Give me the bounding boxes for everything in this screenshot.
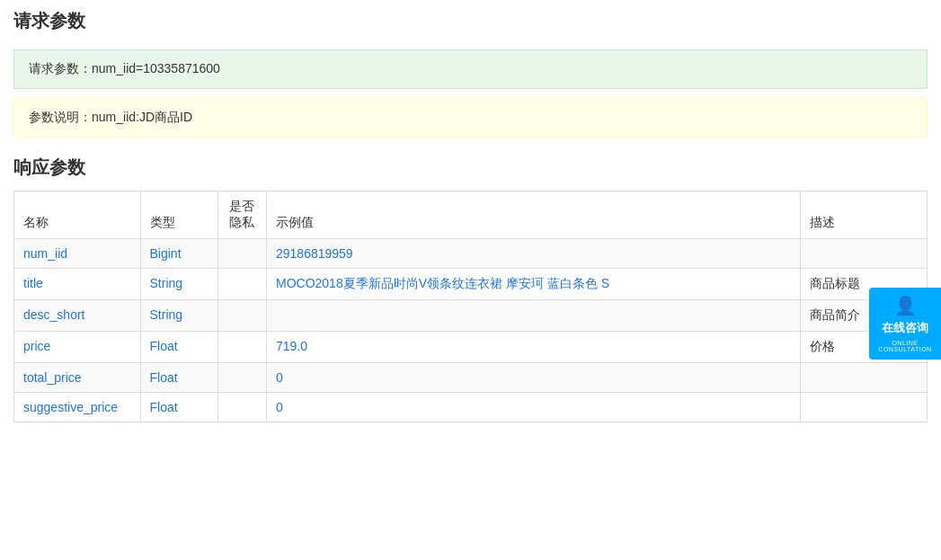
field-name-link[interactable]: suggestive_price [23, 400, 118, 414]
cell-name: desc_short [14, 300, 141, 332]
cell-desc [801, 239, 928, 269]
response-table: 名称 类型 是否隐私 示例值 描述 num_iidBigint291868199… [13, 191, 928, 422]
cell-private [217, 332, 266, 363]
request-section-title: 请求参数 [13, 9, 928, 39]
cell-private [217, 393, 266, 422]
header-example: 示例值 [266, 191, 800, 239]
table-row: total_priceFloat0 [14, 363, 928, 393]
cell-example: 719.0 [266, 332, 800, 363]
cell-private [217, 300, 266, 332]
param-desc-text: 参数说明：num_iid:JD商品ID [29, 110, 192, 124]
cell-name: title [14, 269, 141, 300]
table-row: suggestive_priceFloat0 [14, 393, 928, 422]
cell-desc [801, 363, 928, 393]
field-name-link[interactable]: total_price [23, 370, 82, 385]
cell-example: MOCO2018夏季新品时尚V领条纹连衣裙 摩安珂 蓝白条色 S [266, 269, 800, 300]
consult-cn-label: 在线咨询 [882, 320, 928, 336]
table-row: titleStringMOCO2018夏季新品时尚V领条纹连衣裙 摩安珂 蓝白条… [14, 269, 928, 300]
cell-type: Float [140, 363, 217, 393]
cell-example: 0 [266, 363, 800, 393]
param-desc-box: 参数说明：num_iid:JD商品ID [13, 98, 928, 138]
field-name-link[interactable]: title [23, 276, 43, 290]
cell-desc [801, 393, 928, 422]
cell-name: num_iid [14, 239, 141, 269]
table-row: desc_shortString商品简介 [14, 300, 928, 332]
table-row: num_iidBigint29186819959 [14, 239, 928, 269]
table-header-row: 名称 类型 是否隐私 示例值 描述 [14, 191, 928, 239]
request-params-box: 请求参数：num_iid=10335871600 [13, 49, 928, 89]
cell-name: total_price [14, 363, 141, 393]
request-params-text: 请求参数：num_iid=10335871600 [29, 61, 220, 76]
cell-type: Float [140, 393, 217, 422]
cell-type: String [140, 300, 217, 332]
cell-example: 29186819959 [266, 239, 800, 269]
field-name-link[interactable]: num_iid [23, 246, 67, 261]
cell-private [217, 269, 266, 300]
field-name-link[interactable]: price [23, 339, 50, 353]
header-type: 类型 [140, 191, 217, 239]
consult-icon: 👤 [894, 295, 917, 316]
cell-type: String [140, 269, 217, 300]
header-name: 名称 [14, 191, 141, 239]
cell-type: Bigint [140, 239, 217, 269]
page-wrapper: 请求参数 请求参数：num_iid=10335871600 参数说明：num_i… [0, 0, 941, 431]
cell-example [266, 300, 800, 332]
online-consult-badge[interactable]: 👤 在线咨询 ONLINE CONSULTATION [869, 288, 941, 360]
cell-private [217, 363, 266, 393]
header-desc: 描述 [801, 191, 928, 239]
consult-en-label: ONLINE CONSULTATION [873, 340, 937, 352]
cell-name: price [14, 332, 141, 363]
header-private: 是否隐私 [217, 191, 266, 239]
response-section-title: 响应参数 [13, 156, 928, 180]
cell-type: Float [140, 332, 217, 363]
table-row: priceFloat719.0价格 [14, 332, 928, 363]
cell-private [217, 239, 266, 269]
cell-example: 0 [266, 393, 800, 422]
field-name-link[interactable]: desc_short [23, 307, 84, 322]
cell-name: suggestive_price [14, 393, 141, 422]
